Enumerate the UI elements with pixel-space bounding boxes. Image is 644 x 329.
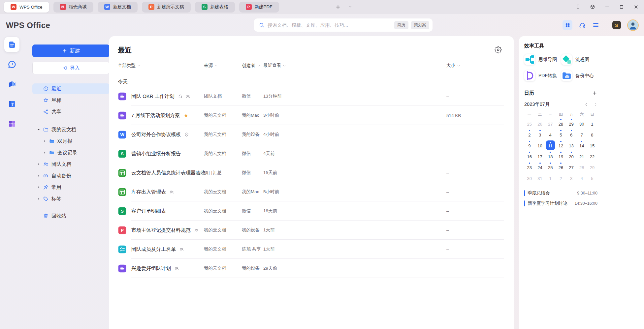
sidebar-item-共享[interactable]: 共享 (32, 106, 110, 117)
calendar-day[interactable]: 26 (535, 118, 545, 129)
sidebar-item-回收站[interactable]: 回收站 (32, 211, 110, 221)
search-tag[interactable]: 简历 (394, 21, 408, 29)
calendar-day[interactable]: 13 (566, 140, 577, 151)
tab-docer[interactable]: 稻稻壳商城 (53, 2, 93, 13)
calendar-day[interactable]: 6 (566, 129, 577, 140)
calendar-day[interactable]: 29 (587, 162, 597, 172)
rail-item-messages[interactable] (4, 57, 19, 72)
close-icon[interactable] (633, 4, 639, 10)
tab-writer[interactable]: W新建文档 (98, 2, 138, 13)
calendar-day[interactable]: 15 (587, 140, 597, 151)
file-row[interactable]: 兴趣爱好组队计划我的云文档我的设备29天前– (109, 259, 514, 278)
tool-思维导图[interactable]: 思维导图 (524, 54, 561, 65)
calendar-day[interactable]: 9 (524, 140, 535, 151)
tool-流程图[interactable]: 流程图 (561, 54, 597, 65)
event-item[interactable]: 新季度学习计划讨论14:30–16:00 (524, 199, 597, 208)
tab-spreadsheet[interactable]: S新建表格 (195, 2, 235, 13)
calendar-day[interactable]: 2 (524, 129, 535, 140)
calendar-day[interactable]: 5 (587, 172, 597, 183)
file-row[interactable]: W公司对外合作协议模板我的云文档我的设备4小时前– (109, 125, 514, 144)
calendar-day[interactable]: 23 (524, 162, 535, 172)
sidebar-item-我的云文档[interactable]: 我的云文档 (32, 124, 110, 135)
filter-创建者[interactable]: 创建者 (242, 63, 263, 69)
calendar-day[interactable]: 20 (566, 151, 577, 162)
calendar-day[interactable]: 26 (556, 162, 566, 172)
calendar-day[interactable]: 31 (535, 172, 545, 183)
caret-down-icon[interactable] (36, 127, 41, 132)
new-tab-button[interactable] (335, 4, 341, 10)
calendar-day[interactable]: 24 (535, 162, 545, 172)
calendar-prev-icon[interactable] (584, 103, 588, 106)
tab-wps[interactable]: WWPS Office (4, 2, 49, 13)
caret-right-icon[interactable] (36, 196, 41, 201)
caret-right-icon[interactable] (42, 150, 47, 155)
membership-badge[interactable]: S (612, 21, 621, 29)
caret-right-icon[interactable] (36, 185, 41, 190)
calendar-day[interactable]: 28 (556, 118, 566, 129)
tab-list-chevron-icon[interactable] (348, 5, 352, 9)
calendar-day[interactable]: 16 (524, 151, 535, 162)
mobile-icon[interactable] (575, 4, 581, 10)
calendar-day[interactable]: 18 (545, 151, 556, 162)
maximize-icon[interactable] (619, 4, 624, 10)
apps-grid-button[interactable] (563, 20, 572, 30)
calendar-day[interactable]: 11 (545, 140, 556, 151)
filter-最近查看[interactable]: 最近查看 (263, 63, 446, 69)
calendar-day[interactable]: 25 (545, 162, 556, 172)
minimize-icon[interactable] (604, 4, 610, 10)
tab-pdf[interactable]: P新建PDF (239, 2, 279, 13)
rail-item-apps[interactable] (4, 116, 19, 131)
file-row[interactable]: 团队成员及分工名单我的云文档陈旭 共享1天前– (109, 240, 514, 259)
add-event-icon[interactable] (592, 90, 597, 96)
calendar-next-icon[interactable] (594, 103, 597, 106)
calendar-day[interactable]: 30 (576, 118, 587, 129)
menu-icon[interactable] (592, 21, 599, 29)
event-item[interactable]: 季度总结会9:30–11:00 (524, 189, 597, 197)
sidebar-item-星标[interactable]: 星标 (32, 95, 110, 105)
rail-item-documents[interactable] (4, 37, 19, 52)
file-row[interactable]: 团队 OKR 工作计划团队文档微信13分钟前– (109, 87, 514, 106)
tool-备份中心[interactable]: 备份中心 (561, 70, 597, 81)
calendar-day[interactable]: 27 (566, 162, 577, 172)
sidebar-item-常用[interactable]: 常用 (32, 182, 110, 193)
rail-item-meetings[interactable] (4, 76, 19, 92)
calendar-day[interactable]: 22 (587, 151, 597, 162)
sidebar-item-自动备份[interactable]: 自动备份 (32, 170, 110, 181)
search-input[interactable] (268, 22, 394, 28)
package-icon[interactable] (590, 4, 595, 10)
file-row[interactable]: 云文档管人员信息统计表理器验收项目汇总微信15天前– (109, 163, 514, 182)
calendar-day[interactable]: 2 (556, 172, 566, 183)
calendar-day[interactable]: 1 (545, 172, 556, 183)
calendar-day[interactable]: 1 (587, 118, 597, 129)
sidebar-item-最近[interactable]: 最近 (32, 83, 110, 94)
gear-icon[interactable] (495, 46, 502, 53)
filter-来源[interactable]: 来源 (204, 63, 242, 69)
caret-right-icon[interactable] (36, 162, 41, 166)
calendar-day[interactable]: 5 (556, 129, 566, 140)
file-row[interactable]: S客户订单明细表我的云文档微信18天前– (109, 201, 514, 221)
file-row[interactable]: S营销小组业绩分析报告我的云文档微信4天前– (109, 144, 514, 163)
new-button[interactable]: 新建 (32, 45, 110, 57)
caret-right-icon[interactable] (36, 173, 41, 178)
calendar-day[interactable]: 4 (576, 172, 587, 183)
calendar-day[interactable]: 28 (576, 162, 587, 172)
calendar-day[interactable]: 7 (576, 129, 587, 140)
sidebar-item-会议记录[interactable]: 会议记录 (32, 147, 110, 158)
calendar-day[interactable]: 3 (535, 129, 545, 140)
search-bar[interactable]: 简历策划案 (254, 18, 433, 32)
sidebar-item-标签[interactable]: 标签 (32, 194, 110, 204)
calendar-day[interactable]: 27 (545, 118, 556, 129)
sidebar-item-双月报[interactable]: 双月报 (32, 136, 110, 146)
filter-大小[interactable]: 大小 (446, 63, 504, 69)
sidebar-item-团队文档[interactable]: 团队文档 (32, 159, 110, 169)
calendar-day[interactable]: 30 (524, 172, 535, 183)
caret-right-icon[interactable] (42, 139, 47, 143)
file-row[interactable]: P市场主体登记提交材料规范我的云文档我的设备1天前– (109, 221, 514, 240)
avatar[interactable] (627, 19, 639, 31)
tab-presentation[interactable]: P新建演示文稿 (142, 2, 191, 13)
calendar-day[interactable]: 3 (566, 172, 577, 183)
import-button[interactable]: 导入 (32, 62, 110, 74)
calendar-day[interactable]: 17 (535, 151, 545, 162)
file-row[interactable]: 库存出入管理表我的云文档我的Mac5小时前– (109, 182, 514, 201)
calendar-day[interactable]: 12 (556, 140, 566, 151)
